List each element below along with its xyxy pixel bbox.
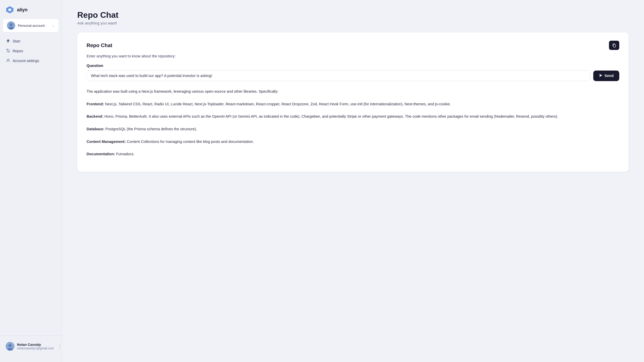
response-text-documentation: Documentation: Fumadocs. [87,151,619,157]
page-title: Repo Chat [77,10,629,20]
copy-button[interactable] [609,41,619,50]
chat-card-header: Repo Chat [87,41,619,50]
avatar [7,21,15,30]
home-icon [6,39,10,44]
response-text-backend: Backend: Hono, Prisma, BetterAuth. It al… [87,113,619,120]
svg-rect-10 [613,45,616,47]
response-sections: Frontend: Next.js, Tailwind CSS, React, … [87,101,619,157]
question-label: Question [87,63,619,68]
svg-point-4 [10,23,13,26]
chat-card: Repo Chat Enter anything you want to kno… [77,32,629,172]
repo-description: Enter anything you want to know about th… [87,54,619,58]
response-bold-label-documentation: Documentation: [87,152,115,156]
account-switcher[interactable]: Personal account ⌄ [3,19,59,32]
chat-card-title: Repo Chat [87,42,112,48]
logo-name: aliyn [17,7,28,13]
logo-icon [5,5,14,14]
user-footer: Nolan Cassidy nolancassidy1@gmail.com ⋮ [3,340,59,353]
question-input[interactable] [87,70,590,81]
svg-point-8 [9,344,12,347]
sidebar: aliyn Personal account ⌄ Start [0,0,62,362]
sidebar-item-start-label: Start [13,39,20,43]
send-button[interactable]: Send [593,71,619,81]
response-text-frontend: Frontend: Next.js, Tailwind CSS, React, … [87,101,619,107]
user-info: Nolan Cassidy nolancassidy1@gmail.com [17,343,54,350]
account-settings-icon [6,58,10,63]
question-input-area: Send [87,70,619,81]
main-content: Repo Chat Ask anything you want! Repo Ch… [62,0,644,362]
sidebar-item-repos[interactable]: Repos [3,46,59,56]
nav-section: Start Repos Account settings [0,37,62,65]
sidebar-item-account-settings-label: Account settings [13,59,39,63]
send-label: Send [605,74,614,78]
sidebar-item-account-settings[interactable]: Account settings [3,56,59,65]
sidebar-item-start[interactable]: Start [3,37,59,46]
response-bold-label-database: Database: [87,127,104,131]
page-subtitle: Ask anything you want! [77,21,629,25]
user-avatar [6,342,14,351]
user-email: nolancassidy1@gmail.com [17,347,54,350]
response-section-database: Database: PostgreSQL (the Prisma schema … [87,126,619,132]
response-bold-label-frontend: Frontend: [87,102,104,106]
response-section-content-management: Content Management: Content Collections … [87,139,619,145]
response-section-backend: Backend: Hono, Prisma, BetterAuth. It al… [87,113,619,120]
response-section-documentation: Documentation: Fumadocs. [87,151,619,157]
account-name: Personal account [18,24,49,28]
response-bold-label-content-management: Content Management: [87,140,126,144]
response-intro: The application was built using a Next.j… [87,88,619,95]
response-bold-label-backend: Backend: [87,114,103,118]
response-text-database: Database: PostgreSQL (the Prisma schema … [87,126,619,132]
sidebar-bottom: Nolan Cassidy nolancassidy1@gmail.com ⋮ [0,335,62,357]
svg-point-6 [7,59,9,61]
chevron-down-icon: ⌄ [52,24,55,27]
user-name: Nolan Cassidy [17,343,54,347]
sidebar-item-repos-label: Repos [13,49,23,53]
page-header: Repo Chat Ask anything you want! [77,10,629,25]
logo-area: aliyn [0,5,62,19]
response-intro-section: The application was built using a Next.j… [87,88,619,95]
response-section-frontend: Frontend: Next.js, Tailwind CSS, React, … [87,101,619,107]
repos-icon [6,49,10,53]
send-icon [599,74,603,78]
response-text-content-management: Content Management: Content Collections … [87,139,619,145]
